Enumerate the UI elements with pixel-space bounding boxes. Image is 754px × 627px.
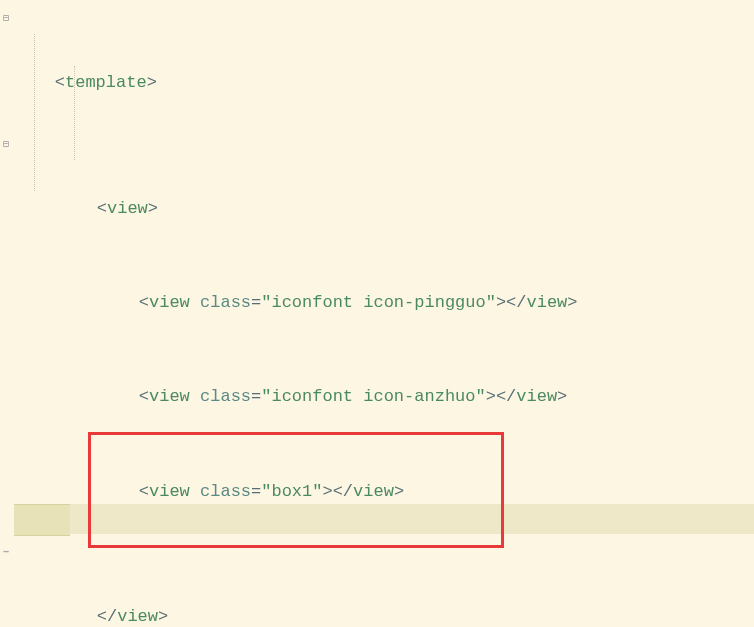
code-token: </ <box>97 607 117 626</box>
code-token: ></ <box>486 387 517 406</box>
attr-value: "iconfont icon-pingguo" <box>261 293 496 312</box>
code-line[interactable]: <view> <box>0 130 754 256</box>
tag-view: view <box>149 387 190 406</box>
tag-view: view <box>527 293 568 312</box>
code-editor[interactable]: <template> <view> <view class="iconfont … <box>0 0 754 627</box>
code-token: > <box>148 199 158 218</box>
attr-class: class <box>200 293 251 312</box>
code-line[interactable]: <view class="iconfont icon-pingguo"></vi… <box>0 256 754 350</box>
code-token: = <box>251 293 261 312</box>
tag-view: view <box>117 607 158 626</box>
tag-view: view <box>107 199 148 218</box>
annotation-redbox <box>88 432 504 548</box>
code-line[interactable]: <view class="iconfont icon-anzhuo"></vie… <box>0 350 754 444</box>
code-token: > <box>147 73 157 92</box>
tag-view: view <box>149 293 190 312</box>
code-token: < <box>97 199 107 218</box>
code-line[interactable]: </view> <box>0 538 754 627</box>
code-token: > <box>158 607 168 626</box>
attr-value: "iconfont icon-anzhuo" <box>261 387 485 406</box>
tag-template: template <box>65 73 147 92</box>
fold-icon[interactable] <box>0 130 12 150</box>
code-token: > <box>567 293 577 312</box>
code-token: < <box>55 73 65 92</box>
fold-icon[interactable] <box>0 538 12 558</box>
code-line[interactable]: <template> <box>0 4 754 130</box>
code-token: < <box>139 293 149 312</box>
tag-view: view <box>516 387 557 406</box>
fold-icon[interactable] <box>0 4 12 24</box>
code-token: ></ <box>496 293 527 312</box>
code-token: > <box>557 387 567 406</box>
code-token: = <box>251 387 261 406</box>
code-token: < <box>139 387 149 406</box>
attr-class: class <box>200 387 251 406</box>
